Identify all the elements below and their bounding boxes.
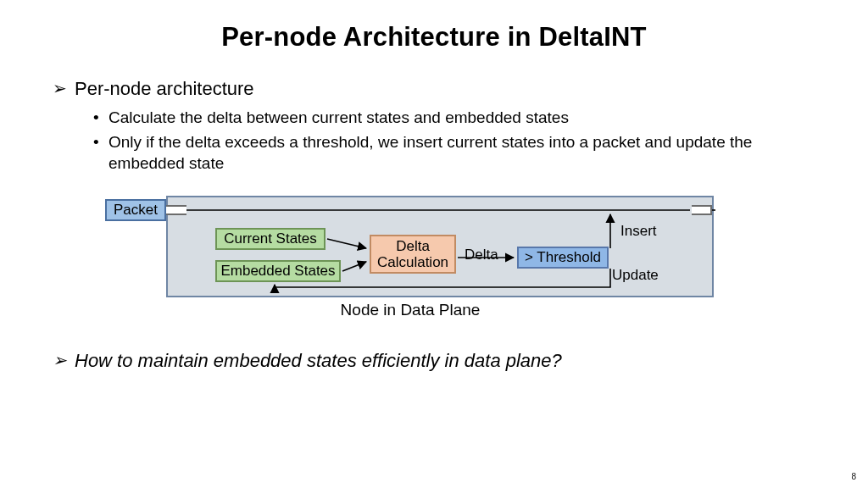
embedded-states-box: Embedded States <box>215 260 341 282</box>
insert-label: Insert <box>620 223 657 240</box>
slide-title: Per-node Architecture in DeltaINT <box>0 0 868 53</box>
packet-box: Packet <box>105 199 166 221</box>
diagram-area: Packet Current States Embedded States De… <box>105 192 715 328</box>
page-number: 8 <box>851 472 856 481</box>
diagram: Packet Current States Embedded States De… <box>105 192 815 328</box>
bullet-level1-question: How to maintain embedded states efficien… <box>53 348 815 374</box>
pipe-out-icon <box>692 205 712 215</box>
threshold-box: > Threshold <box>517 247 609 269</box>
slide-body: Per-node architecture Calculate the delt… <box>0 53 868 374</box>
diagram-caption: Node in Data Plane <box>105 301 715 319</box>
pipe-in-icon <box>166 205 186 215</box>
slide: Per-node Architecture in DeltaINT Per-no… <box>0 0 868 488</box>
current-states-box: Current States <box>215 228 326 250</box>
update-label: Update <box>612 267 659 284</box>
delta-calc-box: Delta Calculation <box>370 235 456 274</box>
delta-label: Delta <box>465 247 498 263</box>
bullet-level2: Calculate the delta between current stat… <box>53 107 815 128</box>
bullet-level2: Only if the delta exceeds a threshold, w… <box>53 131 815 174</box>
bullet-level1: Per-node architecture <box>53 76 815 102</box>
